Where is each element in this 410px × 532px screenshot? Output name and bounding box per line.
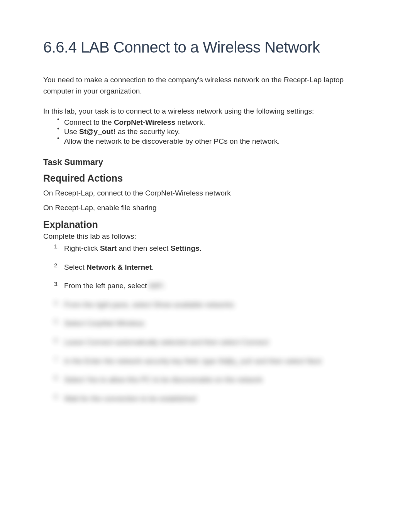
text: Allow the network to be discoverable by … bbox=[64, 137, 280, 145]
bold-text: Settings bbox=[171, 244, 200, 252]
text: network. bbox=[175, 118, 205, 126]
list-item: Use St@y_out! as the security key. bbox=[64, 127, 367, 137]
text: Select bbox=[64, 263, 86, 271]
blurred-text: Select CorpNet-Wireless bbox=[64, 319, 144, 327]
action-item: On Recept-Lap, connect to the CorpNet-Wi… bbox=[43, 188, 367, 199]
step-item: Select Network & Internet. bbox=[64, 262, 367, 273]
blurred-text: Leave Connect automatically selected and… bbox=[64, 338, 269, 346]
text: and then select bbox=[117, 244, 170, 252]
step-item: Right-click Start and then select Settin… bbox=[64, 243, 367, 254]
bold-text: Network & Internet bbox=[86, 263, 152, 271]
action-item: On Recept-Lap, enable file sharing bbox=[43, 202, 367, 214]
bold-text: Start bbox=[100, 244, 117, 252]
blurred-text: Wait for the connection to be establishe… bbox=[64, 394, 197, 403]
list-item: Connect to the CorpNet-Wireless network. bbox=[64, 118, 367, 127]
text: . bbox=[152, 263, 154, 271]
blurred-text: In the Enter the network security key fi… bbox=[64, 357, 322, 365]
step-item-blurred: Wait for the connection to be establishe… bbox=[64, 394, 367, 404]
step-item: From the left pane, select WiFi bbox=[64, 281, 367, 291]
text: as the security key. bbox=[116, 127, 180, 136]
text: Use bbox=[64, 127, 79, 136]
required-actions-heading: Required Actions bbox=[43, 173, 367, 184]
text: From the left pane, select bbox=[64, 282, 149, 290]
step-item-blurred: Select CorpNet-Wireless bbox=[64, 318, 367, 329]
bold-text: St@y_out! bbox=[79, 127, 116, 136]
explanation-intro: Complete this lab as follows: bbox=[43, 231, 367, 242]
text: Right-click bbox=[64, 244, 100, 252]
steps-list: Right-click Start and then select Settin… bbox=[43, 243, 367, 404]
blurred-text: Select Yes to allow this PC to be discov… bbox=[64, 376, 263, 384]
explanation-heading: Explanation bbox=[43, 219, 367, 230]
intro-paragraph: You need to make a connection to the com… bbox=[43, 75, 367, 97]
blurred-text: WiFi bbox=[149, 281, 164, 291]
step-item-blurred: Select Yes to allow this PC to be discov… bbox=[64, 375, 367, 385]
step-item-blurred: In the Enter the network security key fi… bbox=[64, 356, 367, 367]
task-intro: In this lab, your task is to connect to … bbox=[43, 106, 367, 117]
bold-text: CorpNet-Wireless bbox=[114, 118, 175, 126]
settings-bullet-list: Connect to the CorpNet-Wireless network.… bbox=[43, 118, 367, 146]
list-item: Allow the network to be discoverable by … bbox=[64, 137, 367, 146]
step-item-blurred: Leave Connect automatically selected and… bbox=[64, 337, 367, 348]
task-summary-heading: Task Summary bbox=[43, 157, 367, 167]
text: Connect to the bbox=[64, 118, 114, 126]
page-title: 6.6.4 LAB Connect to a Wireless Network bbox=[43, 39, 367, 56]
text: . bbox=[200, 244, 202, 252]
blurred-text: From the right pane, select Show availab… bbox=[64, 301, 234, 309]
step-item-blurred: From the right pane, select Show availab… bbox=[64, 300, 367, 310]
